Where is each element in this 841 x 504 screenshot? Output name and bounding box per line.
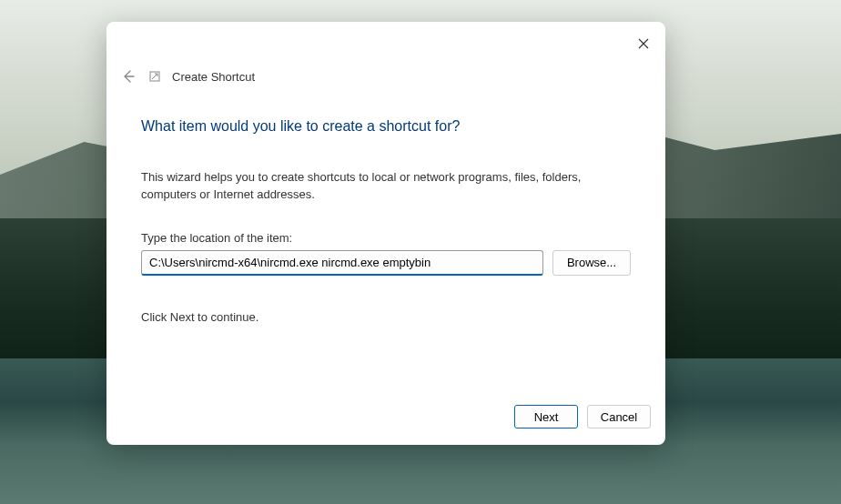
dialog-body: What item would you like to create a sho… <box>106 86 665 392</box>
location-input[interactable] <box>141 250 543 276</box>
dialog-footer: Next Cancel <box>106 392 665 445</box>
browse-button[interactable]: Browse... <box>552 250 631 276</box>
wizard-description: This wizard helps you to create shortcut… <box>141 169 631 204</box>
location-input-row: Browse... <box>141 250 631 276</box>
dialog-header: Create Shortcut <box>106 22 665 86</box>
close-button[interactable] <box>634 35 653 53</box>
close-icon <box>638 38 649 49</box>
wizard-heading: What item would you like to create a sho… <box>141 118 631 135</box>
create-shortcut-dialog: Create Shortcut What item would you like… <box>106 22 665 445</box>
location-label: Type the location of the item: <box>141 231 631 245</box>
cancel-button[interactable]: Cancel <box>587 405 651 428</box>
shortcut-icon <box>148 70 161 83</box>
next-button[interactable]: Next <box>514 405 578 428</box>
back-arrow-icon <box>121 69 136 84</box>
dialog-title: Create Shortcut <box>172 70 255 84</box>
continue-instruction: Click Next to continue. <box>141 310 631 324</box>
back-button[interactable] <box>119 67 137 86</box>
